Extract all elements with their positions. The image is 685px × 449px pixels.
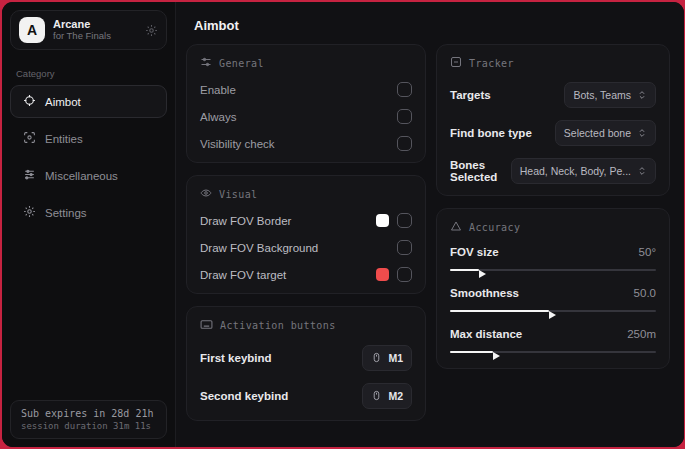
card-title: Tracker bbox=[469, 58, 514, 69]
select-value: Head, Neck, Body, Pe... bbox=[520, 165, 631, 177]
activation-buttons-card: Activation buttons First keybind M1 Seco… bbox=[186, 306, 426, 421]
setting-label: Second keybind bbox=[200, 390, 288, 402]
draw-fov-background-checkbox[interactable] bbox=[397, 240, 412, 255]
card-title: Visual bbox=[219, 189, 258, 200]
max-distance-slider[interactable] bbox=[450, 347, 656, 357]
smoothness-value: 50.0 bbox=[634, 287, 656, 299]
sidebar-item-miscellaneous[interactable]: Miscellaneous bbox=[10, 159, 167, 192]
sidebar-item-aimbot[interactable]: Aimbot bbox=[10, 85, 167, 118]
bones-selected-select[interactable]: Head, Neck, Body, Pe... bbox=[511, 158, 656, 184]
mouse-icon bbox=[371, 387, 382, 405]
card-title: Accuracy bbox=[469, 222, 520, 233]
setting-label: Draw FOV Border bbox=[200, 215, 291, 227]
sub-expiry-text: Sub expires in 28d 21h bbox=[21, 408, 156, 419]
setting-row: Max distance 250m bbox=[450, 328, 656, 340]
setting-label: Smoothness bbox=[450, 287, 519, 299]
setting-label: Max distance bbox=[450, 328, 522, 340]
smoothness-slider[interactable] bbox=[450, 306, 656, 316]
chevron-up-down-icon bbox=[637, 86, 647, 104]
setting-label: Bones Selected bbox=[450, 159, 511, 183]
slider-thumb[interactable] bbox=[493, 352, 500, 360]
setting-label: Draw FOV Background bbox=[200, 242, 318, 254]
sidebar-item-label: Entities bbox=[45, 133, 83, 145]
setting-row: Draw FOV Background bbox=[200, 240, 412, 255]
setting-row: Smoothness 50.0 bbox=[450, 287, 656, 299]
card-title: Activation buttons bbox=[220, 320, 336, 331]
keybind-value: M2 bbox=[388, 390, 403, 402]
tracker-card: Tracker Targets Bots, Teams Find bone ty… bbox=[436, 44, 670, 196]
chevron-up-down-icon bbox=[637, 124, 647, 142]
page-title: Aimbot bbox=[194, 18, 666, 33]
setting-label: Visibility check bbox=[200, 138, 275, 150]
enable-checkbox[interactable] bbox=[397, 82, 412, 97]
find-bone-type-select[interactable]: Selected bone bbox=[555, 120, 656, 146]
setting-label: FOV size bbox=[450, 246, 499, 258]
session-duration-text: session duration 31m 11s bbox=[21, 421, 156, 431]
entities-icon bbox=[23, 131, 36, 146]
setting-row: Always bbox=[200, 109, 412, 124]
keybind-value: M1 bbox=[388, 352, 403, 364]
general-sliders-icon bbox=[200, 56, 212, 70]
targets-select[interactable]: Bots, Teams bbox=[564, 82, 656, 108]
app-subtitle: for The Finals bbox=[53, 31, 137, 42]
accuracy-card: Accuracy FOV size 50° Smoothness 50.0 bbox=[436, 208, 670, 369]
fov-size-value: 50° bbox=[639, 246, 656, 258]
first-keybind-button[interactable]: M1 bbox=[362, 345, 412, 371]
sidebar-item-label: Settings bbox=[45, 207, 87, 219]
category-label: Category bbox=[16, 68, 161, 79]
sidebar-item-entities[interactable]: Entities bbox=[10, 122, 167, 155]
setting-row: Bones Selected Head, Neck, Body, Pe... bbox=[450, 158, 656, 184]
fov-target-color-swatch[interactable] bbox=[376, 268, 389, 281]
eye-icon bbox=[200, 187, 212, 201]
gear-icon[interactable] bbox=[145, 24, 158, 37]
sidebar-item-label: Aimbot bbox=[45, 96, 81, 108]
setting-row: Draw FOV Border bbox=[200, 213, 412, 228]
slider-thumb[interactable] bbox=[549, 311, 556, 319]
keyboard-icon bbox=[200, 318, 213, 333]
setting-row: Second keybind M2 bbox=[200, 383, 412, 409]
setting-row: FOV size 50° bbox=[450, 246, 656, 258]
setting-row: Visibility check bbox=[200, 136, 412, 151]
setting-label: Enable bbox=[200, 84, 236, 96]
slider-thumb[interactable] bbox=[479, 270, 486, 278]
card-title: General bbox=[219, 58, 264, 69]
mouse-icon bbox=[371, 349, 382, 367]
visibility-check-checkbox[interactable] bbox=[397, 136, 412, 151]
sidebar-nav: Aimbot Entities Miscellaneous Settings bbox=[2, 83, 175, 231]
fov-size-slider[interactable] bbox=[450, 265, 656, 275]
app-logo: A bbox=[19, 17, 45, 43]
main-panel: Aimbot General Enable bbox=[176, 2, 684, 447]
setting-row: Find bone type Selected bone bbox=[450, 120, 656, 146]
app-window: A Arcane for The Finals Category Aimbot bbox=[2, 2, 684, 447]
sidebar: A Arcane for The Finals Category Aimbot bbox=[2, 2, 176, 447]
logo-card: A Arcane for The Finals bbox=[10, 10, 167, 50]
second-keybind-button[interactable]: M2 bbox=[362, 383, 412, 409]
setting-row: Draw FOV target bbox=[200, 267, 412, 282]
setting-label: Targets bbox=[450, 89, 491, 101]
subscription-info: Sub expires in 28d 21h session duration … bbox=[10, 400, 167, 439]
fov-border-color-swatch[interactable] bbox=[376, 214, 389, 227]
triangle-icon bbox=[450, 220, 462, 234]
visual-card: Visual Draw FOV Border Draw FOV Backgrou… bbox=[186, 175, 426, 294]
chevron-up-down-icon bbox=[637, 162, 647, 180]
setting-label: Always bbox=[200, 111, 236, 123]
setting-row: Enable bbox=[200, 82, 412, 97]
app-title: Arcane bbox=[53, 18, 137, 31]
general-card: General Enable Always Visibility check bbox=[186, 44, 426, 163]
max-distance-value: 250m bbox=[627, 328, 656, 340]
setting-label: Find bone type bbox=[450, 127, 532, 139]
setting-row: Targets Bots, Teams bbox=[450, 82, 656, 108]
sidebar-item-label: Miscellaneous bbox=[45, 170, 118, 182]
draw-fov-target-checkbox[interactable] bbox=[397, 267, 412, 282]
crosshair-icon bbox=[23, 94, 36, 109]
select-value: Bots, Teams bbox=[573, 89, 631, 101]
setting-row: First keybind M1 bbox=[200, 345, 412, 371]
sliders-icon bbox=[23, 168, 36, 183]
gear-icon bbox=[23, 205, 36, 220]
setting-label: First keybind bbox=[200, 352, 272, 364]
select-value: Selected bone bbox=[564, 127, 631, 139]
sidebar-item-settings[interactable]: Settings bbox=[10, 196, 167, 229]
draw-fov-border-checkbox[interactable] bbox=[397, 213, 412, 228]
always-checkbox[interactable] bbox=[397, 109, 412, 124]
tracker-box-icon bbox=[450, 56, 462, 70]
